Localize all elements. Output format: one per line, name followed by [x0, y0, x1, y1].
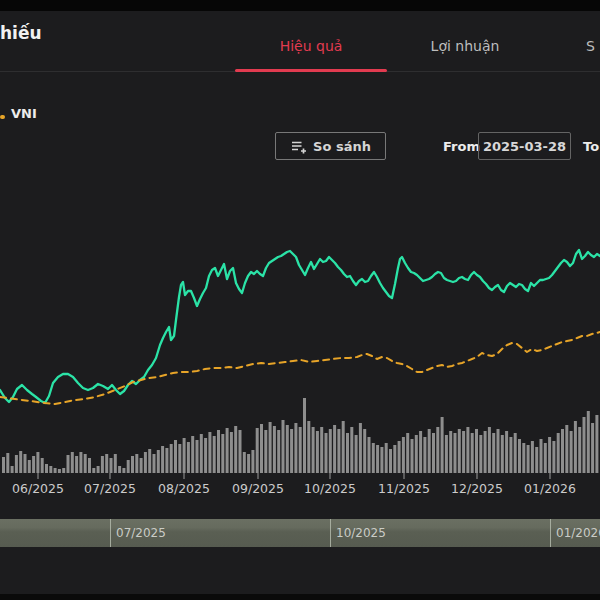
volume-bar	[522, 443, 525, 473]
volume-bar	[114, 454, 117, 473]
volume-bar	[191, 436, 194, 473]
volume-bar	[239, 430, 242, 473]
volume-bar	[312, 427, 315, 473]
volume-bar	[92, 468, 95, 473]
volume-bar	[58, 469, 61, 473]
volume-bar	[131, 456, 134, 473]
volume-bar	[187, 442, 190, 473]
volume-bar	[561, 429, 564, 473]
volume-bar	[135, 454, 138, 473]
volume-bar	[570, 431, 573, 473]
volume-bar	[299, 427, 302, 473]
volume-bar	[264, 430, 267, 473]
volume-bar	[578, 427, 581, 473]
volume-bar	[574, 421, 577, 473]
volume-bar	[251, 450, 254, 473]
range-navigator[interactable]: 07/202510/202501/2026	[0, 519, 600, 547]
volume-bar	[19, 451, 22, 473]
volume-bar	[247, 454, 250, 473]
volume-bar	[475, 429, 478, 473]
volume-bar	[221, 434, 224, 473]
volume-bar	[531, 441, 534, 473]
volume-bar	[406, 433, 409, 473]
volume-bar	[170, 444, 173, 473]
volume-bar	[234, 426, 237, 473]
volume-bar	[342, 421, 345, 473]
x-axis-label: 07/2025	[72, 481, 148, 496]
volume-bar	[122, 468, 125, 473]
navigator-label: 01/2026	[556, 519, 600, 547]
volume-bar	[449, 431, 452, 473]
volume-bar	[419, 431, 422, 473]
volume-bar	[178, 444, 181, 473]
volume-bar	[11, 466, 14, 473]
volume-bar	[466, 427, 469, 473]
volume-bar	[67, 455, 70, 473]
volume-bar	[548, 437, 551, 473]
volume-bar	[286, 425, 289, 473]
volume-bar	[127, 460, 130, 473]
volume-bar	[54, 468, 57, 473]
volume-bar	[243, 452, 246, 473]
volume-bar	[208, 432, 211, 473]
volume-bar	[174, 440, 177, 473]
stock-performance-screen: hiếu Hiệu quả Lợi nhuận S So sánh From 2…	[0, 0, 600, 600]
volume-bar	[497, 429, 500, 473]
volume-bar	[329, 429, 332, 473]
x-axis-label: 01/2026	[512, 481, 588, 496]
x-axis-label: 08/2025	[146, 481, 222, 496]
volume-bar	[441, 417, 444, 473]
series-VNI	[0, 332, 600, 404]
navigator-gridline	[330, 519, 331, 547]
volume-bar	[393, 445, 396, 473]
volume-bar	[544, 443, 547, 473]
volume-bar	[333, 425, 336, 473]
volume-bar	[88, 458, 91, 473]
volume-bar	[595, 415, 598, 473]
volume-bar	[402, 437, 405, 473]
navigator-label: 10/2025	[336, 519, 386, 547]
volume-bar	[398, 441, 401, 473]
x-axis-label: 06/2025	[0, 481, 76, 496]
volume-bar	[118, 466, 121, 473]
volume-bar	[350, 427, 353, 473]
volume-bar	[161, 446, 164, 473]
volume-bar	[140, 458, 143, 473]
navigator-label: 07/2025	[116, 519, 166, 547]
volume-bar	[423, 437, 426, 473]
x-axis-label: 12/2025	[439, 481, 515, 496]
volume-bar	[527, 445, 530, 473]
volume-bar	[41, 458, 44, 473]
volume-bar	[380, 447, 383, 473]
volume-bar	[488, 427, 491, 473]
volume-bar	[84, 454, 87, 473]
volume-bar	[105, 454, 108, 473]
x-axis-label: 10/2025	[292, 481, 368, 496]
volume-bar	[294, 423, 297, 473]
volume-bar	[587, 411, 590, 473]
volume-bar	[290, 429, 293, 473]
volume-bar	[565, 425, 568, 473]
volume-bar	[157, 450, 160, 473]
volume-bar	[2, 457, 5, 473]
volume-bar	[346, 433, 349, 473]
volume-bar	[359, 423, 362, 473]
volume-bar	[196, 440, 199, 473]
volume-bar	[454, 433, 457, 473]
volume-bar	[36, 452, 39, 473]
volume-bar	[415, 435, 418, 473]
volume-bar	[471, 433, 474, 473]
volume-bar	[165, 448, 168, 473]
bottom-strip	[0, 594, 600, 600]
volume-bar	[144, 452, 147, 473]
volume-bar	[303, 398, 306, 473]
volume-bar	[256, 428, 259, 473]
volume-bar	[32, 456, 35, 473]
volume-bar	[226, 428, 229, 473]
volume-bar	[71, 452, 74, 473]
volume-bar	[432, 433, 435, 473]
volume-bar	[458, 429, 461, 473]
volume-bar	[428, 429, 431, 473]
volume-bar	[282, 420, 285, 473]
performance-chart[interactable]	[0, 0, 600, 600]
